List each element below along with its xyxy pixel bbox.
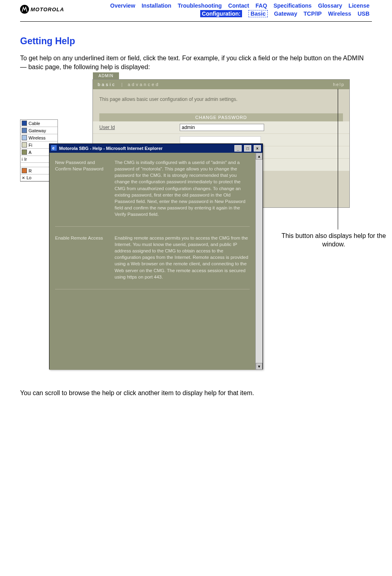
help-content: New Password and Confirm New Password Th…: [49, 153, 255, 370]
scrollbar[interactable]: ▲ ▼: [255, 153, 263, 370]
sidebar-label: Wireless: [29, 135, 45, 140]
subtab-sep: |: [121, 82, 123, 87]
nav-primary: Overview Installation Troubleshooting Co…: [68, 2, 372, 9]
help-text-password: The CMG is initially configured with a u…: [115, 159, 250, 217]
help-title: Motorola SBG - Help - Microsoft Internet…: [59, 146, 162, 151]
help-key-password: New Password and Confirm New Password: [55, 159, 107, 217]
subtab-advanced[interactable]: advanced: [128, 82, 160, 87]
help-titlebar: e Motorola SBG - Help - Microsoft Intern…: [49, 144, 263, 153]
sidebar-label: R: [29, 168, 32, 173]
maximize-button[interactable]: □: [244, 145, 251, 152]
divider: [20, 21, 372, 22]
callout-text: This button also displays help for the w…: [281, 232, 386, 249]
motorola-icon: [20, 5, 29, 14]
admin-subtabs: basic | advanced help: [93, 80, 349, 89]
sidebar-item-cable[interactable]: Cable: [21, 120, 57, 127]
userid-label[interactable]: User Id: [99, 125, 180, 130]
nav-tcpip[interactable]: TCP/IP: [304, 10, 322, 17]
figure: ADMIN basic | advanced help This page al…: [20, 79, 372, 377]
subtab-basic[interactable]: basic: [98, 82, 116, 87]
nav-license[interactable]: License: [349, 2, 369, 9]
admin-description: This page allows basic user configuratio…: [93, 89, 349, 109]
sidebar-item-wireless[interactable]: Wireless: [21, 134, 57, 141]
ie-icon: e: [51, 145, 57, 152]
sidebar-label: Ir: [24, 157, 27, 162]
change-password-header: CHANGE PASSWORD: [99, 113, 343, 121]
config-label: Configuration:: [200, 10, 242, 17]
sidebar-label: Gateway: [29, 128, 46, 133]
scroll-track[interactable]: [256, 160, 263, 363]
closing-paragraph: You can scroll to browse the help or cli…: [20, 389, 372, 398]
sidebar-label: Cable: [29, 121, 40, 126]
nav-secondary: Configuration: Basic Gateway TCP/IP Wire…: [68, 10, 372, 17]
sidebar-label: Fi: [29, 143, 32, 148]
help-key-remote: Enable Remote Access: [55, 235, 107, 280]
nav-specifications[interactable]: Specifications: [273, 2, 312, 9]
nav-basic[interactable]: Basic: [248, 10, 267, 17]
nav-usb[interactable]: USB: [357, 10, 369, 17]
sidebar-item-gateway[interactable]: Gateway: [21, 127, 57, 134]
subtab-help[interactable]: help: [333, 82, 345, 87]
nav-gateway[interactable]: Gateway: [274, 10, 298, 17]
userid-row: User Id: [93, 121, 349, 134]
userid-input[interactable]: [180, 124, 264, 131]
nav-contact[interactable]: Contact: [228, 2, 249, 9]
page-title: Getting Help: [20, 36, 372, 47]
sidebar-label: Lo: [27, 175, 31, 180]
nav-installation[interactable]: Installation: [142, 2, 171, 9]
callout-line: [338, 89, 338, 230]
sidebar-label: A: [29, 150, 31, 155]
nav-troubleshooting[interactable]: Troubleshooting: [178, 2, 222, 9]
admin-tab[interactable]: ADMIN: [93, 72, 119, 79]
scroll-down-button[interactable]: ▼: [256, 363, 263, 370]
nav-overview[interactable]: Overview: [110, 2, 135, 9]
minimize-button[interactable]: _: [234, 145, 242, 152]
help-text-remote: Enabling remote access permits you to ac…: [115, 235, 250, 280]
help-window: e Motorola SBG - Help - Microsoft Intern…: [49, 143, 263, 369]
svg-text:e: e: [52, 146, 55, 150]
nav-wireless[interactable]: Wireless: [328, 10, 351, 17]
nav-glossary[interactable]: Glossary: [318, 2, 342, 9]
help-separator: [55, 289, 250, 289]
close-button[interactable]: ×: [254, 145, 261, 152]
help-separator: [55, 226, 250, 227]
logo-text: MOTOROLA: [31, 6, 64, 12]
logo: MOTOROLA: [20, 5, 64, 14]
intro-paragraph: To get help on any underlined item or fi…: [20, 54, 372, 71]
scroll-up-button[interactable]: ▲: [256, 153, 263, 160]
nav-faq[interactable]: FAQ: [256, 2, 267, 9]
